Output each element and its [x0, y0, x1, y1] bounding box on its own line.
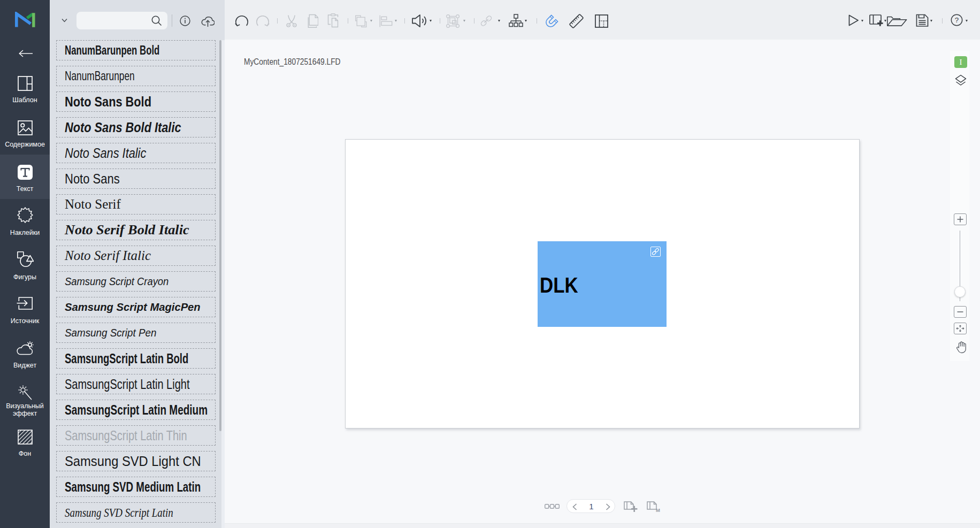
svg-text:M: M — [656, 507, 660, 512]
svg-text:?: ? — [955, 16, 959, 24]
